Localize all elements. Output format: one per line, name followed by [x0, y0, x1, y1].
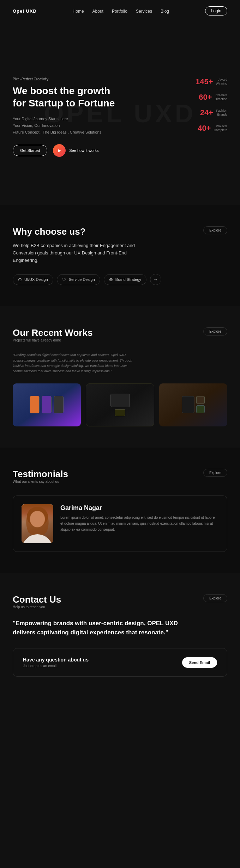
nav-blog[interactable]: Blog [161, 9, 169, 14]
work-card-1[interactable] [13, 383, 81, 426]
nav-home[interactable]: Home [73, 9, 84, 14]
service-tag-uiux[interactable]: ⊙ UI/UX Design [13, 274, 53, 285]
why-explore-button[interactable]: Explore [203, 226, 227, 234]
mock-screen-1 [182, 396, 194, 413]
testimonials-title: Testimonials [13, 469, 68, 480]
services-arrow-button[interactable]: → [150, 274, 161, 285]
login-button[interactable]: Login [205, 6, 227, 16]
nav-portfolio[interactable]: Portfolio [112, 9, 127, 14]
contact-card-info: Have any question about us Just drop us … [23, 657, 89, 668]
service-tags-container: ⊙ UI/UX Design ♡ Service Design ⊗ Brand … [13, 274, 227, 285]
testimonials-section: Testimonials What our clients say about … [0, 448, 240, 573]
nav-services[interactable]: Services [136, 9, 152, 14]
testimonial-content: Garima Nagar Lorem ipsum dolor sit amet,… [60, 504, 218, 533]
hero-section: OPEL UXD Pixel-Perfect Creativity We boo… [0, 22, 240, 205]
works-explore-button[interactable]: Explore [203, 327, 227, 335]
mock-phone-1 [30, 396, 40, 413]
work-card-1-mock [13, 383, 81, 426]
mock-small-2 [196, 405, 205, 413]
stat-projects: 40+ Projects Complete [178, 124, 227, 133]
contact-explore-button[interactable]: Explore [203, 594, 227, 602]
why-choose-title: Why choose us? [13, 226, 86, 237]
recent-works-section: Our Recent Works Projects we have alread… [0, 306, 240, 448]
get-started-button[interactable]: Get Started [13, 145, 47, 156]
stat-fashion: 24+ Fashion Brands [178, 108, 227, 117]
why-description: We help B2B companies in achieving their… [13, 242, 140, 264]
contact-title: Contact Us [13, 594, 61, 605]
contact-quote: "Empowering brands with user-centric des… [13, 619, 182, 637]
testimonials-subtitle: What our clients say about us [13, 480, 68, 484]
send-email-button[interactable]: Send Email [182, 657, 217, 668]
service-tag-service-design[interactable]: ♡ Service Design [57, 274, 100, 285]
recent-works-title: Our Recent Works [13, 327, 92, 338]
uiux-icon: ⊙ [18, 277, 22, 282]
svg-point-2 [30, 511, 45, 527]
mock-small [115, 409, 125, 416]
testimonial-card: Garima Nagar Lorem ipsum dolor sit amet,… [13, 495, 227, 552]
contact-card-title: Have any question about us [23, 657, 89, 663]
testimonial-person-image [22, 504, 53, 543]
contact-card-sub: Just drop us an email [23, 664, 89, 668]
testimonial-text: Lorem ipsum dolor sit amet, consectetur … [60, 515, 218, 533]
why-choose-section: Why choose us? Explore We help B2B compa… [0, 205, 240, 306]
mock-phone-2 [42, 396, 52, 413]
service-tag-brand-strategy[interactable]: ⊗ Brand Strategy [104, 274, 146, 285]
work-card-2[interactable] [86, 383, 155, 426]
testimonials-explore-button[interactable]: Explore [203, 469, 227, 477]
brand-strategy-icon: ⊗ [109, 277, 113, 282]
nav-logo: Opel UXD [13, 8, 37, 14]
work-card-2-mock [86, 384, 154, 426]
work-card-3-mock [159, 383, 227, 426]
mock-phone-3 [54, 396, 64, 413]
hero-subtitle: Your Digital Journey Starts Here Your Vi… [13, 116, 171, 135]
hero-tagline: Pixel-Perfect Creativity [13, 77, 171, 81]
stat-creative: 60+ Creative Direction [178, 93, 227, 102]
stat-award: 145+ Award Winning [178, 77, 227, 86]
contact-card: Have any question about us Just drop us … [13, 648, 227, 677]
nav-about[interactable]: About [92, 9, 103, 14]
navbar: Opel UXD Home About Portfolio Services B… [0, 0, 240, 22]
see-how-button[interactable]: ▶ See how it works [53, 144, 98, 157]
contact-section: Contact Us Help us to reach you Explore … [0, 573, 240, 698]
works-grid [13, 383, 227, 426]
hero-stats: 145+ Award Winning 60+ Creative Directio… [178, 77, 227, 133]
mock-small-1 [196, 396, 205, 404]
testimonial-photo [22, 504, 53, 543]
hero-title: We boost the growth for Startup to Fortu… [13, 85, 171, 109]
testimonial-name: Garima Nagar [60, 504, 218, 512]
service-design-icon: ♡ [62, 277, 66, 282]
work-card-3[interactable] [159, 383, 227, 426]
play-icon: ▶ [53, 144, 66, 157]
recent-works-subtitle: Projects we have already done [13, 338, 92, 342]
mock-tablet [110, 394, 130, 407]
contact-subtitle: Help us to reach you [13, 605, 61, 609]
works-quote: "Crafting seamless digital experiences t… [13, 352, 133, 374]
